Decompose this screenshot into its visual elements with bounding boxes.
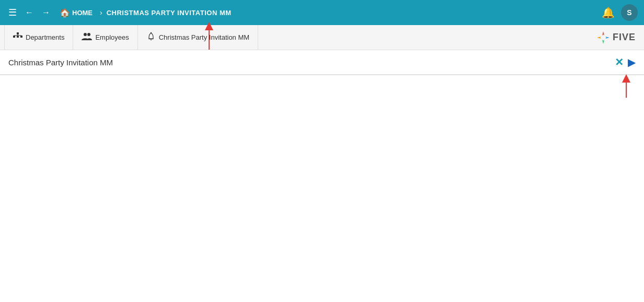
- tab-bar: Departments Employees: [0, 25, 644, 50]
- five-logo-text: FIVE: [613, 32, 636, 43]
- content-title: Christmas Party Invitation MM: [8, 58, 113, 67]
- content-actions: ✕ ▶: [615, 56, 636, 68]
- tab-christmas-label: Christmas Party Invitation MM: [159, 33, 249, 41]
- svg-marker-12: [602, 40, 604, 44]
- svg-point-7: [84, 33, 87, 36]
- avatar[interactable]: S: [621, 4, 638, 21]
- close-button[interactable]: ✕: [615, 56, 624, 68]
- svg-rect-1: [13, 36, 15, 38]
- content-header: Christmas Party Invitation MM ✕ ▶: [0, 50, 644, 75]
- nav-left: ☰ ← → 🏠 HOME › CHRISTMAS PARTY INVITATIO…: [6, 5, 597, 20]
- five-logo: FIVE: [596, 30, 636, 45]
- tab-departments-label: Departments: [26, 33, 64, 41]
- tab-employees[interactable]: Employees: [73, 25, 137, 50]
- tab-christmas[interactable]: Christmas Party Invitation MM: [138, 25, 258, 50]
- nav-right: 🔔 S: [602, 4, 638, 21]
- home-button[interactable]: 🏠 HOME: [56, 6, 96, 20]
- svg-point-8: [87, 33, 90, 36]
- back-arrow-icon[interactable]: ←: [23, 6, 36, 19]
- home-icon: 🏠: [60, 8, 70, 18]
- tab-departments[interactable]: Departments: [4, 25, 73, 50]
- notification-bell-icon[interactable]: 🔔: [602, 6, 615, 19]
- breadcrumb-current: CHRISTMAS PARTY INVITATION MM: [107, 9, 232, 17]
- employees-icon: [82, 32, 92, 43]
- annotation-arrow-play: [616, 74, 637, 100]
- departments-icon: [13, 32, 22, 43]
- hamburger-icon[interactable]: ☰: [6, 5, 19, 20]
- main-wrapper: Departments Employees: [0, 25, 644, 302]
- svg-rect-0: [17, 32, 19, 34]
- svg-marker-10: [602, 31, 604, 36]
- top-nav: ☰ ← → 🏠 HOME › CHRISTMAS PARTY INVITATIO…: [0, 0, 644, 25]
- christmas-bell-icon: [146, 32, 156, 43]
- home-label: HOME: [72, 9, 93, 17]
- tab-section: Departments Employees: [0, 25, 644, 50]
- svg-marker-11: [605, 37, 610, 39]
- five-logo-icon: [596, 30, 611, 45]
- tab-employees-label: Employees: [95, 33, 129, 41]
- forward-arrow-icon[interactable]: →: [40, 6, 52, 19]
- svg-rect-2: [17, 36, 19, 38]
- breadcrumb-separator: ›: [100, 8, 102, 17]
- svg-point-9: [151, 32, 152, 33]
- svg-rect-3: [20, 36, 22, 38]
- play-button[interactable]: ▶: [628, 56, 636, 68]
- content-area: Christmas Party Invitation MM ✕ ▶: [0, 50, 644, 302]
- svg-marker-13: [597, 37, 601, 39]
